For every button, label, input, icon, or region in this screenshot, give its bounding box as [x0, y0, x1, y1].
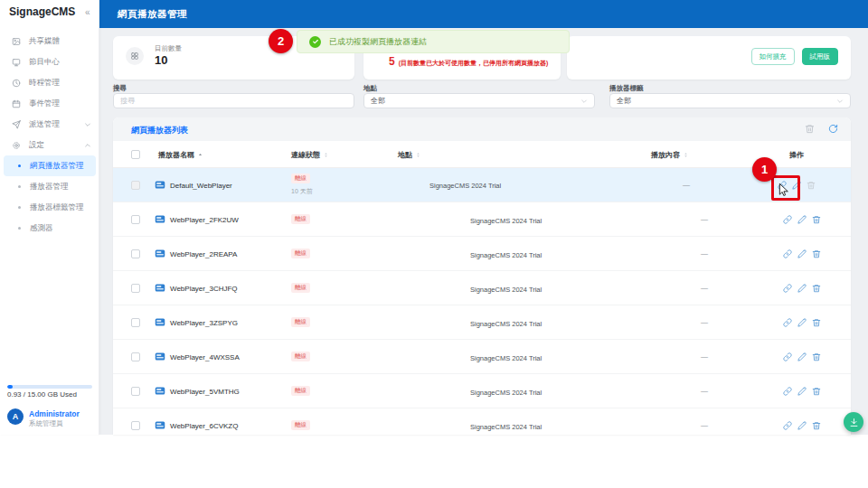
tag-label: 播放器標籤: [609, 84, 644, 93]
bullet-dot: [18, 164, 21, 167]
copy-link-icon[interactable]: [783, 387, 792, 396]
player-name: WebPlayer_5VMTHG: [170, 388, 240, 396]
sidebar-item-sensors[interactable]: 感測器: [4, 218, 96, 239]
annotation-step-2: 2: [269, 29, 293, 53]
limit-warning-text: (目前數量已大於可使用數量，已停用所有網頁播放器): [399, 59, 549, 68]
column-header-name[interactable]: 播放器名稱: [158, 141, 203, 168]
player-name: WebPlayer_4WXSSA: [170, 353, 240, 361]
plan-card: 如何擴充 試用版: [567, 36, 851, 80]
search-field[interactable]: [113, 93, 354, 108]
copy-link-icon[interactable]: [783, 249, 792, 258]
edit-icon[interactable]: [797, 387, 807, 396]
row-checkbox[interactable]: [131, 318, 140, 327]
program-icon: [12, 58, 21, 67]
search-input[interactable]: [114, 94, 354, 108]
download-fab[interactable]: [844, 412, 863, 432]
table-row: WebPlayer_6CVKZQ 離線 SignageCMS 2024 Tria…: [113, 408, 851, 435]
edit-icon[interactable]: [797, 215, 807, 224]
row-checkbox[interactable]: [131, 181, 140, 190]
edit-icon[interactable]: [797, 421, 807, 430]
edit-icon[interactable]: [797, 284, 807, 293]
web-player-icon: [155, 180, 165, 191]
table-row: WebPlayer_4WXSSA 離線 SignageCMS 2024 Tria…: [113, 340, 851, 374]
table-column-header: 播放器名稱 連線狀態 地點 播放內容 操作: [113, 141, 851, 168]
column-header-status[interactable]: 連線狀態: [291, 141, 329, 168]
table-title: 網頁播放器列表: [131, 125, 188, 136]
how-to-expand-button[interactable]: 如何擴充: [751, 48, 795, 65]
content-cell: —: [701, 352, 708, 361]
mouse-cursor-icon: [776, 183, 790, 197]
delete-icon[interactable]: [812, 421, 821, 430]
location-label: 地點: [363, 84, 377, 93]
sidebar-item-player-tag-management[interactable]: 播放器標籤管理: [4, 197, 96, 218]
last-seen: 10 天前: [291, 187, 313, 196]
sidebar: SignageCMS « 共享媒體 節目中心 時程管理 事件管理 派送管理 設定…: [0, 0, 99, 435]
row-checkbox[interactable]: [131, 249, 140, 258]
sidebar-item-schedule[interactable]: 時程管理: [0, 72, 99, 93]
copy-link-icon[interactable]: [783, 352, 792, 361]
tag-select[interactable]: 全部: [609, 93, 851, 108]
sidebar-collapse-icon[interactable]: «: [85, 7, 90, 17]
delete-icon[interactable]: [807, 181, 816, 190]
delete-icon[interactable]: [812, 284, 821, 293]
location-cell: SignageCMS 2024 Trial: [470, 354, 542, 362]
edit-icon[interactable]: [797, 249, 807, 258]
location-select[interactable]: 全部: [363, 93, 595, 108]
player-name: Default_WebPlayer: [170, 182, 232, 190]
location-cell: SignageCMS 2024 Trial: [470, 423, 542, 431]
sidebar-item-dispatch[interactable]: 派送管理: [0, 114, 99, 135]
table-row: Default_WebPlayer 離線 10 天前 SignageCMS 20…: [113, 168, 851, 202]
row-checkbox[interactable]: [131, 215, 140, 224]
status-badge: 離線: [291, 249, 310, 258]
copy-link-icon[interactable]: [783, 215, 792, 224]
delete-icon[interactable]: [812, 215, 821, 224]
column-header-content[interactable]: 播放內容: [651, 141, 689, 168]
row-checkbox[interactable]: [131, 387, 140, 396]
current-count-label: 目前數量: [155, 44, 182, 53]
app-logo: SignageCMS: [9, 5, 75, 18]
sort-caret-up-icon: [197, 152, 203, 158]
sort-icon: [683, 151, 689, 159]
delete-icon[interactable]: [812, 352, 821, 361]
row-actions: [783, 318, 821, 327]
content-cell: —: [701, 215, 708, 223]
copy-link-icon[interactable]: [783, 318, 792, 327]
copy-link-icon[interactable]: [783, 284, 792, 293]
web-player-icon: [155, 249, 165, 259]
row-actions: [783, 421, 821, 430]
column-header-location[interactable]: 地點: [398, 141, 421, 168]
sidebar-item-settings[interactable]: 設定: [0, 135, 99, 155]
bulk-delete-icon[interactable]: [805, 124, 815, 134]
sidebar-item-web-player-management[interactable]: 網頁播放器管理: [4, 155, 96, 176]
avatar[interactable]: A: [7, 408, 24, 425]
sidebar-item-program-center[interactable]: 節目中心: [0, 52, 99, 72]
location-cell: SignageCMS 2024 Trial: [470, 251, 542, 259]
edit-icon[interactable]: [797, 318, 807, 327]
edit-icon[interactable]: [797, 352, 807, 361]
sidebar-item-events[interactable]: 事件管理: [0, 93, 99, 114]
sidebar-item-shared-media[interactable]: 共享媒體: [0, 31, 99, 52]
delete-icon[interactable]: [812, 249, 821, 258]
row-checkbox[interactable]: [131, 352, 140, 361]
row-checkbox[interactable]: [131, 421, 140, 430]
status-badge: 離線: [291, 352, 310, 361]
row-checkbox[interactable]: [131, 284, 140, 293]
chevron-down-icon: [836, 98, 844, 105]
sidebar-item-player-management[interactable]: 播放器管理: [4, 176, 96, 197]
refresh-icon[interactable]: [828, 124, 838, 134]
status-badge: 離線: [291, 214, 310, 224]
table-row: WebPlayer_3ZSPYG 離線 SignageCMS 2024 Tria…: [113, 305, 851, 340]
trial-version-button[interactable]: 試用版: [802, 48, 839, 65]
row-actions: [783, 352, 821, 361]
limit-value: 5: [389, 55, 395, 68]
copy-link-icon[interactable]: [783, 421, 792, 430]
table-row: WebPlayer_3CHJFQ 離線 SignageCMS 2024 Tria…: [113, 271, 851, 305]
bullet-dot: [18, 227, 21, 230]
sort-icon: [323, 151, 329, 159]
location-select-value: 全部: [371, 96, 385, 106]
select-all-checkbox[interactable]: [131, 150, 140, 159]
delete-icon[interactable]: [812, 387, 821, 396]
image-icon: [12, 37, 21, 46]
user-role: 系統管理員: [29, 419, 63, 428]
delete-icon[interactable]: [812, 318, 821, 327]
